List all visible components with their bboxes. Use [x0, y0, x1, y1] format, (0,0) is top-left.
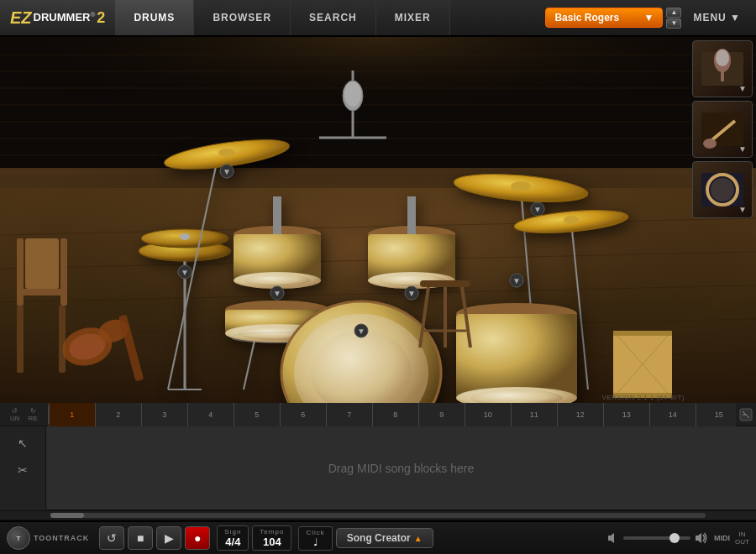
svg-text:▼: ▼ — [357, 327, 365, 336]
song-creator-label: Song Creator — [347, 532, 411, 544]
ruler-end — [736, 403, 756, 426]
click-button[interactable]: Click ♩ — [298, 526, 332, 551]
sign-tempo-area: Sign 4/4 Tempo 104 — [217, 525, 291, 551]
svg-rect-56 — [273, 196, 281, 234]
preset-arrows: ▲ ▼ — [666, 8, 681, 29]
svg-rect-20 — [17, 289, 67, 295]
svg-point-31 — [344, 81, 361, 107]
chair — [17, 238, 67, 373]
svg-rect-90 — [420, 280, 470, 287]
guitar — [57, 315, 144, 398]
sign-value: 4/4 — [225, 536, 240, 548]
loop-button[interactable]: ↺ — [99, 526, 124, 550]
sign-label: Sign — [224, 528, 241, 536]
select-tool[interactable]: ↖ — [13, 433, 33, 453]
svg-rect-100 — [613, 331, 672, 336]
right-instrument-panels — [689, 37, 756, 436]
preset-down-arrow[interactable]: ▼ — [666, 18, 681, 29]
toontrack-text: TOONTRACK — [34, 534, 89, 542]
svg-rect-19 — [59, 306, 66, 373]
click-icon: ♩ — [313, 536, 318, 548]
volume-thumb[interactable] — [669, 533, 680, 543]
mini-scrollbar-bar — [0, 510, 756, 520]
svg-point-107 — [716, 50, 729, 66]
in-label: IN — [739, 530, 746, 538]
toontrack-icon: T — [7, 526, 30, 550]
transport-bar: T TOONTRACK ↺ ■ ▶ ● Sign 4/4 Tempo 104 C… — [0, 520, 756, 554]
out-label: OUT — [735, 538, 749, 546]
tempo-box[interactable]: Tempo 104 — [252, 525, 291, 551]
tab-drums[interactable]: DRUMS — [115, 0, 194, 35]
svg-point-113 — [711, 178, 734, 201]
drag-placeholder: Drag MIDI song blocks here — [328, 462, 475, 475]
wooden-box — [613, 331, 672, 398]
ruler-tick-9: 9 — [418, 403, 465, 426]
svg-text:▼: ▼ — [512, 276, 521, 285]
preset-name: Basic Rogers — [554, 12, 619, 24]
ruler-tick-8: 8 — [372, 403, 418, 426]
svg-text:▼: ▼ — [407, 289, 416, 298]
app-logo: EZ DRUMMER® 2 — [0, 0, 115, 35]
hihat-panel[interactable] — [692, 161, 753, 218]
svg-line-39 — [168, 154, 218, 389]
drumkit-main-svg: ▼ ▼ ▼ — [0, 71, 689, 431]
svg-marker-117 — [608, 533, 614, 543]
stop-button[interactable]: ■ — [128, 526, 153, 550]
ruler-tick-2: 2 — [95, 403, 141, 426]
scrollbar-thumb[interactable] — [50, 513, 84, 518]
preset-dropdown[interactable]: Basic Rogers ▼ — [545, 8, 663, 28]
svg-point-55 — [244, 274, 311, 286]
volume-slider[interactable] — [623, 536, 690, 540]
toontrack-logo: T TOONTRACK — [7, 526, 89, 550]
ruler-tick-7: 7 — [326, 403, 372, 426]
tab-search[interactable]: SEARCH — [291, 0, 376, 35]
song-creator-button[interactable]: Song Creator ▲ — [336, 528, 433, 548]
ruler-tick-10: 10 — [465, 403, 511, 426]
ruler-tick-13: 13 — [603, 403, 649, 426]
svg-rect-23 — [60, 238, 67, 306]
preset-arrow: ▼ — [644, 12, 654, 24]
tab-mixer[interactable]: MIXER — [376, 0, 450, 35]
ruler-tick-12: 12 — [557, 403, 603, 426]
svg-rect-63 — [407, 196, 416, 234]
svg-rect-18 — [17, 306, 24, 373]
midi-label: MIDI — [714, 534, 730, 542]
preset-up-arrow[interactable]: ▲ — [666, 8, 681, 18]
svg-point-41 — [218, 149, 235, 157]
undo-redo-area: ↺ UN ↻ RE — [0, 405, 49, 424]
volume-high-icon — [694, 531, 707, 545]
rack-tom-1: ▼ — [234, 196, 321, 300]
menu-button[interactable]: MENU ▼ — [685, 12, 749, 24]
logo-drummer: DRUMMER® — [34, 11, 96, 24]
horizontal-scrollbar[interactable] — [50, 513, 706, 518]
svg-point-46 — [511, 181, 531, 191]
click-label: Click — [306, 529, 324, 536]
snare-panel[interactable] — [692, 101, 753, 158]
cut-tool[interactable]: ✂ — [13, 460, 33, 480]
bottom-section: ↺ UN ↻ RE 1 2 3 4 5 6 7 8 9 10 11 12 13 … — [0, 403, 756, 554]
record-button[interactable]: ● — [185, 526, 210, 550]
timeline-tools: ↖ ✂ — [0, 426, 46, 510]
undo-button[interactable]: ↺ UN — [7, 405, 24, 424]
svg-rect-27 — [118, 315, 144, 382]
floor-tom: ▼ — [456, 274, 577, 423]
ruler-tick-6: 6 — [280, 403, 326, 426]
time-signature-box[interactable]: Sign 4/4 — [217, 525, 249, 551]
svg-text:▼: ▼ — [273, 289, 281, 298]
timeline-content: ↖ ✂ Drag MIDI song blocks here — [0, 426, 756, 510]
timeline-ruler: 1 2 3 4 5 6 7 8 9 10 11 12 13 14 15 16 — [49, 403, 736, 426]
redo-button[interactable]: ↻ RE — [25, 405, 41, 424]
svg-marker-118 — [696, 533, 701, 543]
play-button[interactable]: ▶ — [156, 526, 181, 550]
overhead-mic — [319, 71, 386, 138]
volume-area: MIDI IN OUT — [606, 530, 749, 546]
in-out-labels: IN OUT — [735, 530, 749, 546]
kit-viewport: ▼ ▼ ▼ — [0, 37, 756, 436]
tempo-label: Tempo — [260, 528, 284, 536]
midi-drop-area[interactable]: Drag MIDI song blocks here — [46, 426, 756, 510]
preset-area: Basic Rogers ▼ ▲ ▼ MENU ▼ — [545, 8, 756, 29]
tab-browser[interactable]: BROWSER — [194, 0, 291, 35]
overhead-panel[interactable] — [692, 40, 753, 97]
ruler-tick-15: 15 — [696, 403, 736, 426]
svg-rect-22 — [17, 238, 24, 306]
